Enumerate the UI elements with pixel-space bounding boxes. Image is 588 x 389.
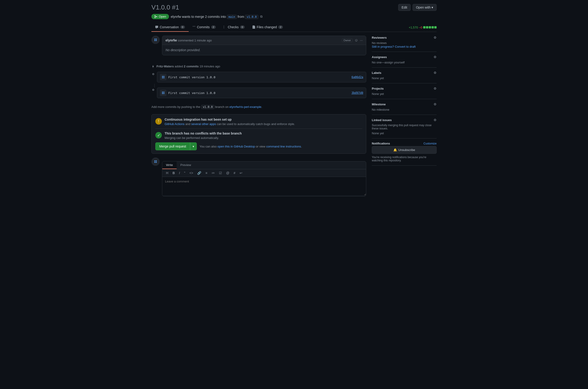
quote-button[interactable]: " xyxy=(183,171,186,175)
tasklist-button[interactable]: ☑ xyxy=(218,171,223,175)
tab-conversation[interactable]: Conversation 0 xyxy=(151,23,189,32)
push-info: Add more commits by pushing to the v1.0.… xyxy=(151,103,366,110)
comment-actions: Owner ☺ ··· xyxy=(342,38,363,42)
checks-icon xyxy=(223,26,226,29)
header-actions: Edit Open with ▾ xyxy=(398,4,437,11)
reference-button[interactable]: # xyxy=(233,171,236,175)
checks-count: 0 xyxy=(240,26,245,29)
milestone-header: Milestone ⚙ xyxy=(372,102,437,106)
merge-check-row: ✓ This branch has no conflicts with the … xyxy=(155,131,362,140)
labels-gear-icon[interactable]: ⚙ xyxy=(433,71,437,75)
commits-icon xyxy=(192,26,196,29)
linked-issues-value: None yet xyxy=(372,131,437,135)
ci-row: ! Continuous integration has not been se… xyxy=(155,118,362,126)
conversation-icon xyxy=(155,26,158,29)
open-with-button[interactable]: Open with ▾ xyxy=(412,4,437,11)
merge-pull-request-button[interactable]: Merge pull request xyxy=(155,142,190,150)
bold-button[interactable]: B xyxy=(172,171,176,175)
status-description: elynrfw wants to merge 2 commits into ma… xyxy=(171,15,258,19)
head-branch: v1.0.0 xyxy=(245,15,258,19)
svg-point-1 xyxy=(153,73,154,75)
comment-textarea[interactable] xyxy=(162,177,366,195)
diff-bar xyxy=(423,26,437,29)
merge-dropdown-button[interactable]: ▾ xyxy=(190,142,197,150)
status-row: Open elynrfw wants to merge 2 commits in… xyxy=(151,14,437,19)
ci-section: ! Continuous integration has not been se… xyxy=(151,114,366,154)
commits-count: 2 xyxy=(211,26,216,29)
editor-tabs: Write Preview xyxy=(162,162,366,169)
sidebar-labels: Labels ⚙ None yet xyxy=(372,68,437,83)
notifications-title: Notifications xyxy=(372,142,390,145)
emoji-button[interactable]: ☺ xyxy=(354,38,358,42)
assignees-gear-icon[interactable]: ⚙ xyxy=(433,55,437,59)
commits-section: Fritz-Waters added 2 commits 19 minutes … xyxy=(151,63,366,99)
github-actions-link[interactable]: GitHub Actions xyxy=(165,122,185,126)
avatar xyxy=(151,36,160,44)
files-icon xyxy=(252,26,255,29)
diff-stats: +1,570 –0 xyxy=(409,26,437,29)
merge-check-content: This branch has no conflicts with the ba… xyxy=(165,131,242,140)
comment-body: No description provided. xyxy=(162,45,366,55)
linked-issues-gear-icon[interactable]: ⚙ xyxy=(433,118,437,122)
mention-button[interactable]: @ xyxy=(225,171,230,175)
tab-checks[interactable]: Checks 0 xyxy=(219,23,248,32)
sidebar-milestone: Milestone ⚙ No milestone xyxy=(372,99,437,115)
repo-link[interactable]: elynrfw/ris-perl-example xyxy=(229,105,261,109)
italic-button[interactable]: I xyxy=(178,171,181,175)
labels-title: Labels xyxy=(372,71,381,75)
tab-files-changed[interactable]: Files changed 2 xyxy=(248,23,287,32)
code-button[interactable]: <> xyxy=(188,171,194,175)
projects-title: Projects xyxy=(372,87,384,90)
notifications-header-row: Notifications Customize xyxy=(372,142,437,145)
reviewers-value: No reviews xyxy=(372,41,437,45)
heading-button[interactable]: H xyxy=(165,171,169,175)
projects-gear-icon[interactable]: ⚙ xyxy=(433,87,437,90)
labels-header: Labels ⚙ xyxy=(372,71,437,75)
comment-editor: Write Preview H B I " <> 🔗 ≡ ≔ ☑ @ xyxy=(162,161,366,196)
commit-connector xyxy=(155,84,155,88)
sidebar-notifications: Notifications Customize 🔔 Unsubscribe Yo… xyxy=(372,138,437,165)
commit-hash-1[interactable]: 6a06d2a xyxy=(351,75,363,79)
git-merge-icon xyxy=(154,15,157,18)
assignees-header: Assignees ⚙ xyxy=(372,55,437,59)
editor-avatar xyxy=(151,158,160,166)
preview-tab[interactable]: Preview xyxy=(177,162,195,169)
commit-2-row: First commit version 1.0.0 3bd97d0 xyxy=(151,88,366,99)
reviewers-gear-icon[interactable]: ⚙ xyxy=(433,36,437,39)
ci-divider xyxy=(155,129,362,129)
sidebar-reviewers: Reviewers ⚙ No reviews Still in progress… xyxy=(372,36,437,52)
more-options-button[interactable]: ··· xyxy=(360,38,363,42)
tab-commits[interactable]: Commits 2 xyxy=(189,23,219,32)
labels-value: None yet xyxy=(372,76,437,80)
other-apps-link[interactable]: several other apps xyxy=(191,122,216,126)
copy-icon[interactable]: ⧉ xyxy=(260,15,263,19)
command-line-link[interactable]: command line instructions xyxy=(266,145,301,148)
open-desktop-link[interactable]: open this in GitHub Desktop xyxy=(217,145,255,148)
commits-author: Fritz-Waters added 2 commits 19 minutes … xyxy=(156,65,220,68)
unordered-list-button[interactable]: ≡ xyxy=(204,171,208,175)
undo-button[interactable]: ↩ xyxy=(239,171,243,175)
edit-button[interactable]: Edit xyxy=(398,4,411,11)
projects-value: None yet xyxy=(372,92,437,96)
link-button[interactable]: 🔗 xyxy=(196,171,202,175)
comment-author-row: elynrfw commented 1 minute ago xyxy=(165,38,212,42)
ordered-list-button[interactable]: ≔ xyxy=(211,171,216,175)
unsubscribe-button[interactable]: 🔔 Unsubscribe xyxy=(372,146,437,154)
convert-to-draft-link[interactable]: Still in progress? Convert to draft xyxy=(372,45,416,48)
svg-point-2 xyxy=(153,89,154,91)
sidebar-assignees: Assignees ⚙ No one—assign yourself xyxy=(372,52,437,68)
milestone-value: No milestone xyxy=(372,108,437,111)
editor-toolbar: H B I " <> 🔗 ≡ ≔ ☑ @ # ↩ xyxy=(162,169,366,177)
commit-dot-icon-2 xyxy=(151,88,155,92)
content-area: elynrfw commented 1 minute ago Owner ☺ ·… xyxy=(151,36,366,196)
customize-link[interactable]: Customize xyxy=(423,142,437,145)
ci-content: Continuous integration has not been set … xyxy=(165,118,295,126)
write-tab[interactable]: Write xyxy=(162,162,177,169)
milestone-gear-icon[interactable]: ⚙ xyxy=(433,102,437,106)
comment-box: elynrfw commented 1 minute ago Owner ☺ ·… xyxy=(162,36,366,55)
commit-hash-2[interactable]: 3bd97d0 xyxy=(351,91,363,95)
files-changed-count: 2 xyxy=(278,26,283,29)
conversation-count: 0 xyxy=(180,26,185,29)
success-icon: ✓ xyxy=(155,132,162,138)
merge-section: Merge pull request ▾ You can also open t… xyxy=(155,142,362,150)
